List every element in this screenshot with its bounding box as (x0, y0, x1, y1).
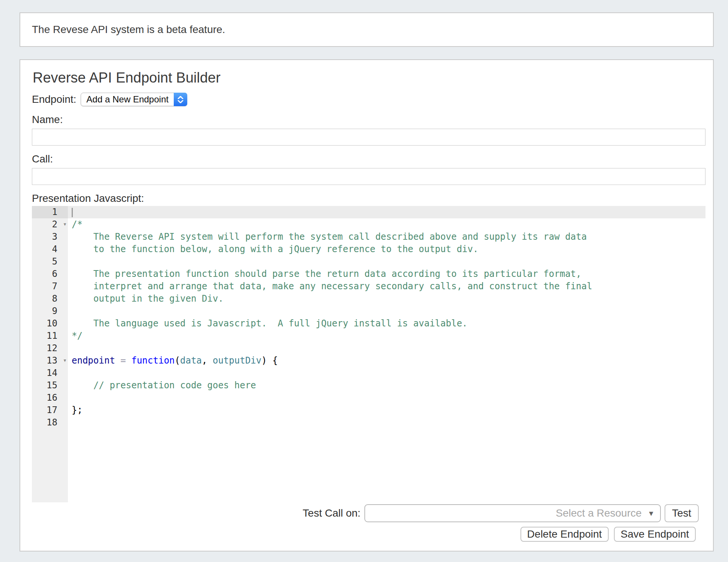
token-comment: */ (72, 331, 83, 341)
page-title: Reverse API Endpoint Builder (33, 70, 705, 86)
test-button[interactable]: Test (665, 504, 699, 522)
code-line-content (68, 206, 705, 218)
line-number: 1 (32, 206, 68, 218)
delete-endpoint-button[interactable]: Delete Endpoint (520, 527, 609, 542)
token-param: outputDiv (213, 355, 262, 366)
resource-placeholder: Select a Resource (556, 507, 642, 519)
action-button-row: Delete Endpoint Save Endpoint (32, 527, 696, 542)
token-comment: interpret and arrange that data, make an… (72, 281, 592, 292)
combobox-dropdown-icon: ▼ (648, 510, 655, 517)
line-number: 4 (32, 243, 68, 255)
resource-combobox[interactable]: Select a Resource ▼ (364, 504, 661, 522)
code-line[interactable]: 5 (32, 255, 705, 268)
code-line[interactable]: 18 (32, 416, 705, 429)
code-line-content: The language used is Javascript. A full … (68, 317, 705, 330)
code-editor[interactable]: 12▾/*3 The Reverse API system will perfo… (32, 206, 705, 502)
endpoint-label: Endpoint: (32, 93, 76, 105)
code-line-content: to the function below, along with a jQue… (68, 243, 705, 255)
token-keyword: function (131, 355, 175, 366)
token-plain (126, 355, 131, 366)
code-line-content: endpoint = function(data, outputDiv) { (68, 355, 705, 367)
token-entity: endpoint (72, 355, 115, 366)
code-line[interactable]: 4 to the function below, along with a jQ… (32, 243, 705, 255)
line-number: 6 (32, 268, 68, 280)
token-plain (115, 355, 120, 366)
code-line[interactable]: 7 interpret and arrange that data, make … (32, 280, 705, 293)
code-line[interactable]: 10 The language used is Javascript. A fu… (32, 317, 705, 330)
endpoint-builder-panel: Reverse API Endpoint Builder Endpoint: A… (20, 59, 714, 551)
line-number: 2▾ (32, 218, 68, 231)
line-number: 16 (32, 392, 68, 404)
editor-lines: 12▾/*3 The Reverse API system will perfo… (32, 206, 705, 429)
code-line[interactable]: 6 The presentation function should parse… (32, 268, 705, 280)
test-call-label: Test Call on: (303, 507, 361, 519)
endpoint-select[interactable]: Add a New Endpoint (81, 93, 187, 106)
line-number: 8 (32, 293, 68, 305)
code-line-content: interpret and arrange that data, make an… (68, 280, 705, 293)
code-line-content (68, 255, 705, 268)
line-number: 18 (32, 416, 68, 429)
text-cursor (72, 208, 73, 217)
code-line[interactable]: 13▾endpoint = function(data, outputDiv) … (32, 355, 705, 367)
line-number: 12 (32, 342, 68, 355)
select-stepper-icon (174, 93, 187, 106)
call-input[interactable] (32, 168, 705, 185)
token-comment: /* (72, 219, 83, 230)
code-line-content: */ (68, 330, 705, 342)
fold-arrow-icon[interactable]: ▾ (63, 218, 67, 230)
line-number: 10 (32, 317, 68, 330)
line-number: 14 (32, 367, 68, 379)
code-line[interactable]: 9 (32, 305, 705, 317)
code-line[interactable]: 15 // presentation code goes here (32, 379, 705, 392)
code-line-content: }; (68, 404, 705, 416)
code-line[interactable]: 11*/ (32, 330, 705, 342)
name-label: Name: (32, 114, 705, 126)
endpoint-select-value: Add a New Endpoint (86, 94, 168, 105)
code-line-content: The presentation function should parse t… (68, 268, 705, 280)
token-plain: , (202, 355, 213, 366)
test-call-row: Test Call on: Select a Resource ▼ Test (32, 504, 699, 522)
code-line[interactable]: 12 (32, 342, 705, 355)
token-plain: }; (72, 405, 83, 415)
save-endpoint-button[interactable]: Save Endpoint (614, 527, 696, 542)
code-line[interactable]: 14 (32, 367, 705, 379)
code-line-content: output in the given Div. (68, 293, 705, 305)
call-label: Call: (32, 153, 705, 165)
token-comment: The Reverse API system will perform the … (72, 231, 587, 242)
line-number: 5 (32, 255, 68, 268)
line-number: 13▾ (32, 355, 68, 367)
code-line-content (68, 342, 705, 355)
token-comment: // presentation code goes here (72, 380, 256, 391)
code-line[interactable]: 3 The Reverse API system will perform th… (32, 231, 705, 243)
code-line[interactable]: 8 output in the given Div. (32, 293, 705, 305)
token-param: data (180, 355, 202, 366)
token-plain: ( (175, 355, 180, 366)
code-line[interactable]: 16 (32, 392, 705, 404)
beta-notice-banner: The Revese API system is a beta feature. (20, 12, 714, 47)
code-line-content: /* (68, 218, 705, 231)
line-number: 7 (32, 280, 68, 293)
token-comment: The presentation function should parse t… (72, 269, 581, 279)
chevron-up-icon (177, 96, 184, 99)
fold-arrow-icon[interactable]: ▾ (63, 354, 67, 367)
code-line[interactable]: 2▾/* (32, 218, 705, 231)
code-line[interactable]: 1 (32, 206, 705, 218)
token-operator: = (120, 355, 126, 366)
code-line-content: // presentation code goes here (68, 379, 705, 392)
token-plain: ) { (262, 355, 278, 366)
line-number: 3 (32, 231, 68, 243)
name-input[interactable] (32, 129, 705, 146)
endpoint-row: Endpoint: Add a New Endpoint (32, 93, 705, 106)
code-line[interactable]: 17}; (32, 404, 705, 416)
token-comment: to the function below, along with a jQue… (72, 244, 478, 254)
code-line-content (68, 416, 705, 429)
line-number: 9 (32, 305, 68, 317)
code-line-content (68, 305, 705, 317)
presentation-javascript-label: Presentation Javascript: (32, 192, 705, 204)
line-number: 15 (32, 379, 68, 392)
code-line-content (68, 367, 705, 379)
beta-notice-text: The Revese API system is a beta feature. (32, 24, 225, 36)
token-comment: The language used is Javascript. A full … (72, 318, 468, 329)
line-number: 11 (32, 330, 68, 342)
token-comment: output in the given Div. (72, 293, 224, 304)
